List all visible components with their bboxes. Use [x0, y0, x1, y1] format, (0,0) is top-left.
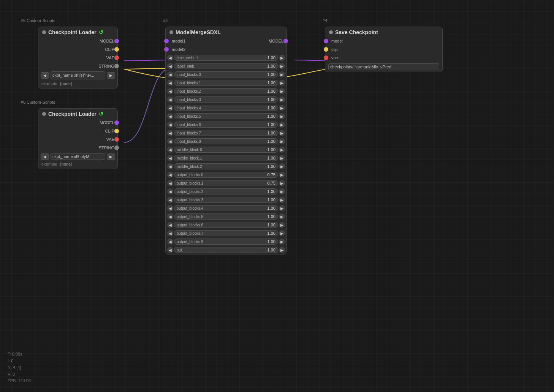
mm-slider-19-track[interactable]: output_blocks.51.00 [174, 213, 278, 220]
mm-slider-6-track[interactable]: input_blocks.41.00 [174, 105, 278, 111]
mm-slider-4-next-btn[interactable]: ▶ [279, 88, 285, 94]
node6-refresh-icon[interactable]: ↺ [99, 111, 103, 117]
mm-slider-18-prev-btn[interactable]: ◀ [167, 205, 173, 211]
mm-slider-21-next-btn[interactable]: ▶ [279, 230, 285, 236]
node5-model-connector[interactable] [114, 39, 119, 43]
node5-example-label: example [41, 81, 57, 86]
mm-slider-23-next-btn[interactable]: ▶ [279, 247, 285, 253]
mm-slider-1-next-btn[interactable]: ▶ [279, 63, 285, 69]
mm-slider-2-track[interactable]: input_blocks.01.00 [174, 71, 278, 77]
mm-slider-13: ◀middle_block.21.00▶ [166, 162, 286, 171]
sc-clip-in-connector[interactable] [324, 47, 328, 52]
mm-slider-8-track[interactable]: input_blocks.61.00 [174, 122, 278, 128]
mm-slider-10-prev-btn[interactable]: ◀ [167, 138, 173, 144]
node5-ckpt-next-btn[interactable]: ▶ [107, 72, 115, 79]
mm-slider-9-next-btn[interactable]: ▶ [279, 130, 285, 136]
mm-slider-12-prev-btn[interactable]: ◀ [167, 155, 173, 161]
mm-slider-11-track[interactable]: middle_block.01.00 [174, 147, 278, 153]
node6-clip-connector[interactable] [114, 129, 119, 133]
mm-slider-17-prev-btn[interactable]: ◀ [167, 197, 173, 203]
mm-slider-0-next-btn[interactable]: ▶ [279, 55, 285, 61]
mm-slider-22-prev-btn[interactable]: ◀ [167, 239, 173, 245]
mm-slider-18-track[interactable]: output_blocks.41.00 [174, 205, 278, 211]
node5-ckpt-value[interactable]: ckpt_name xl\自作\H... [51, 71, 105, 79]
mm-slider-16-prev-btn[interactable]: ◀ [167, 188, 173, 194]
mm-slider-14-next-btn[interactable]: ▶ [279, 172, 285, 178]
mm-slider-12-next-btn[interactable]: ▶ [279, 155, 285, 161]
node6-string-connector[interactable] [114, 145, 119, 150]
mm-slider-17-track[interactable]: output_blocks.31.00 [174, 197, 278, 203]
mm-slider-10-track[interactable]: input_blocks.81.00 [174, 138, 278, 144]
mm-slider-11-prev-btn[interactable]: ◀ [167, 147, 173, 153]
sc-model-in-connector[interactable] [324, 39, 328, 43]
mm-model2-in-connector[interactable] [164, 47, 169, 52]
mm-slider-22-track[interactable]: output_blocks.81.00 [174, 239, 278, 245]
mm-slider-4-prev-btn[interactable]: ◀ [167, 88, 173, 94]
mm-slider-13-next-btn[interactable]: ▶ [279, 163, 285, 169]
mm-slider-3-prev-btn[interactable]: ◀ [167, 80, 173, 86]
mm-slider-8-prev-btn[interactable]: ◀ [167, 122, 173, 128]
mm-slider-16-next-btn[interactable]: ▶ [279, 188, 285, 194]
mm-slider-15-track[interactable]: output_blocks.10.75 [174, 180, 278, 186]
mm-slider-8-next-btn[interactable]: ▶ [279, 122, 285, 128]
node5-ckpt-prev-btn[interactable]: ◀ [41, 72, 49, 79]
mm-slider-4-track[interactable]: input_blocks.21.00 [174, 88, 278, 94]
mm-slider-13-prev-btn[interactable]: ◀ [167, 163, 173, 169]
mm-slider-1-prev-btn[interactable]: ◀ [167, 63, 173, 69]
mm-slider-0-track[interactable]: time_embed.1.00 [174, 55, 278, 61]
mm-slider-0-prev-btn[interactable]: ◀ [167, 55, 173, 61]
mm-slider-9-track[interactable]: input_blocks.71.00 [174, 130, 278, 136]
mm-slider-14-prev-btn[interactable]: ◀ [167, 172, 173, 178]
node6-model-connector[interactable] [114, 120, 119, 125]
mm-slider-22-next-btn[interactable]: ▶ [279, 239, 285, 245]
mm-slider-1: ◀label_emb.1.00▶ [166, 62, 286, 70]
mm-slider-5-track[interactable]: input_blocks.31.00 [174, 96, 278, 103]
node6-ckpt-next-btn[interactable]: ▶ [107, 153, 115, 160]
node5-clip-connector[interactable] [114, 47, 119, 52]
mm-slider-15-next-btn[interactable]: ▶ [279, 180, 285, 186]
mm-slider-5-next-btn[interactable]: ▶ [279, 96, 285, 103]
mm-model-out-connector[interactable] [283, 39, 288, 43]
node6-clip-port: CLIP [38, 127, 117, 135]
mm-slider-7-next-btn[interactable]: ▶ [279, 113, 285, 119]
mm-slider-20-prev-btn[interactable]: ◀ [167, 222, 173, 228]
mm-slider-2-prev-btn[interactable]: ◀ [167, 71, 173, 77]
mm-slider-3-track[interactable]: input_blocks.11.00 [174, 80, 278, 86]
mm-slider-18-next-btn[interactable]: ▶ [279, 205, 285, 211]
mm-slider-20-track[interactable]: output_blocks.61.00 [174, 222, 278, 228]
mm-slider-10-next-btn[interactable]: ▶ [279, 138, 285, 144]
mm-slider-12-track[interactable]: middle_block.11.00 [174, 155, 278, 161]
mm-slider-6-next-btn[interactable]: ▶ [279, 105, 285, 111]
mm-slider-14-track[interactable]: output_blocks.00.75 [174, 172, 278, 178]
node5-refresh-icon[interactable]: ↺ [99, 29, 103, 35]
node5-string-connector[interactable] [114, 64, 119, 68]
mm-slider-11-next-btn[interactable]: ▶ [279, 147, 285, 153]
mm-slider-7-track[interactable]: input_blocks.51.00 [174, 113, 278, 119]
node5-vae-connector[interactable] [114, 55, 119, 60]
mm-slider-6-prev-btn[interactable]: ◀ [167, 105, 173, 111]
mm-slider-7-prev-btn[interactable]: ◀ [167, 113, 173, 119]
node6-ckpt-prev-btn[interactable]: ◀ [41, 153, 49, 160]
node6-vae-connector[interactable] [114, 137, 119, 142]
mm-slider-20-next-btn[interactable]: ▶ [279, 222, 285, 228]
mm-slider-19-next-btn[interactable]: ▶ [279, 213, 285, 220]
mm-slider-16-track[interactable]: output_blocks.21.00 [174, 188, 278, 194]
mm-slider-15-prev-btn[interactable]: ◀ [167, 180, 173, 186]
mm-slider-9-prev-btn[interactable]: ◀ [167, 130, 173, 136]
mm-slider-1-track[interactable]: label_emb.1.00 [174, 63, 278, 69]
mm-slider-21-track[interactable]: output_blocks.71.00 [174, 230, 278, 236]
mm-slider-17-next-btn[interactable]: ▶ [279, 197, 285, 203]
mm-slider-5-prev-btn[interactable]: ◀ [167, 96, 173, 103]
mm-slider-14: ◀output_blocks.00.75▶ [166, 171, 286, 179]
mm-model1-in-connector[interactable] [164, 39, 169, 43]
mm-slider-21-prev-btn[interactable]: ◀ [167, 230, 173, 236]
sc-filename-value[interactable]: checkpoints/HarmoniqMix_vPred_ [328, 63, 439, 70]
mm-slider-2-next-btn[interactable]: ▶ [279, 71, 285, 77]
mm-slider-3-next-btn[interactable]: ▶ [279, 80, 285, 86]
mm-slider-23-prev-btn[interactable]: ◀ [167, 247, 173, 253]
mm-slider-23-track[interactable]: out.1.00 [174, 247, 278, 253]
mm-slider-13-track[interactable]: middle_block.21.00 [174, 163, 278, 169]
node6-ckpt-value[interactable]: ckpt_name xl\holyMi... [51, 153, 105, 160]
mm-slider-19-prev-btn[interactable]: ◀ [167, 213, 173, 220]
sc-vae-in-connector[interactable] [324, 55, 328, 60]
